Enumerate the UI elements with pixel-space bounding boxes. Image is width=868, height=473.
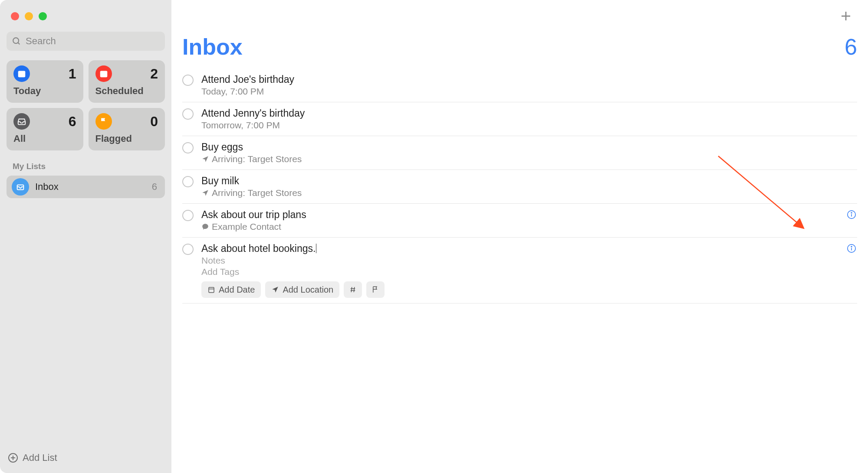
calendar-icon (207, 286, 215, 294)
reminder-count: 6 (845, 34, 857, 60)
add-list-label: Add List (23, 452, 57, 463)
svg-rect-15 (209, 287, 214, 293)
smart-count: 1 (69, 66, 76, 82)
reminder-subtitle: Today, 7:00 PM (201, 86, 857, 97)
reminder-title: Attend Jenny's birthday (201, 108, 857, 119)
list-icon (12, 178, 29, 196)
flag-icon (95, 113, 112, 130)
tags-input[interactable]: Add Tags (201, 267, 857, 277)
list-count: 6 (152, 181, 157, 192)
reminder-subtitle: Tomorrow, 7:00 PM (201, 120, 857, 130)
my-lists-header: My Lists (7, 162, 165, 171)
smart-count: 0 (150, 114, 158, 130)
list-name: Inbox (35, 181, 146, 192)
smart-card-scheduled[interactable]: 2 Scheduled (89, 60, 165, 103)
page-title: Inbox (182, 34, 243, 60)
smart-label: Scheduled (95, 85, 158, 97)
window-controls (7, 0, 165, 20)
reminder-row-editing[interactable]: Ask about hotel bookings. Notes Add Tags… (182, 238, 857, 303)
reminder-subtitle: Arriving: Target Stores (201, 188, 857, 198)
location-arrow-icon (201, 189, 209, 197)
info-icon[interactable] (847, 210, 856, 221)
reminder-row[interactable]: Ask about our trip plans Example Contact (182, 204, 857, 238)
flag-icon (372, 286, 379, 294)
add-tag-button[interactable] (344, 281, 362, 298)
plus-circle-icon (8, 453, 18, 463)
notes-input[interactable]: Notes (201, 255, 857, 266)
search-input[interactable]: Search (7, 32, 165, 51)
info-icon[interactable] (847, 244, 856, 255)
tray-icon (13, 113, 30, 130)
reminder-row[interactable]: Attend Jenny's birthday Tomorrow, 7:00 P… (182, 102, 857, 136)
svg-point-14 (851, 212, 852, 213)
reminder-title: Attend Joe's birthday (201, 74, 857, 85)
add-date-button[interactable]: Add Date (201, 281, 261, 298)
smart-label: All (13, 133, 76, 144)
search-icon (12, 36, 21, 46)
search-placeholder: Search (26, 36, 56, 47)
hash-icon (349, 286, 357, 294)
location-arrow-icon (271, 286, 279, 294)
calendar-icon (13, 65, 30, 82)
reminder-title-input[interactable]: Ask about hotel bookings. (201, 243, 857, 254)
smart-label: Today (13, 85, 76, 97)
reminder-checkbox[interactable] (182, 244, 194, 255)
sidebar: Search 1 Today 2 Scheduled (0, 0, 171, 473)
smart-card-flagged[interactable]: 0 Flagged (89, 108, 165, 150)
reminder-checkbox[interactable] (182, 108, 194, 120)
svg-point-0 (13, 38, 19, 43)
add-flag-button[interactable] (366, 281, 385, 298)
reminder-title: Ask about our trip plans (201, 209, 857, 221)
reminder-title: Buy eggs (201, 141, 857, 153)
svg-rect-3 (18, 71, 26, 73)
reminder-subtitle: Arriving: Target Stores (201, 154, 857, 164)
reminder-row[interactable]: Buy eggs Arriving: Target Stores (182, 136, 857, 170)
location-arrow-icon (201, 155, 209, 163)
svg-rect-5 (100, 71, 107, 73)
reminder-row[interactable]: Buy milk Arriving: Target Stores (182, 170, 857, 204)
reminder-checkbox[interactable] (182, 210, 194, 221)
minimize-window-button[interactable] (25, 12, 33, 20)
reminder-title: Buy milk (201, 175, 857, 187)
add-reminder-button[interactable] (839, 10, 852, 24)
svg-line-1 (18, 42, 20, 44)
svg-line-20 (354, 287, 355, 292)
smart-lists-grid: 1 Today 2 Scheduled 6 All (7, 60, 165, 150)
sidebar-list-inbox[interactable]: Inbox 6 (7, 176, 165, 198)
svg-line-19 (351, 287, 352, 292)
calendar-icon (95, 65, 112, 82)
smart-count: 2 (150, 66, 158, 82)
main-header: Inbox 6 (182, 34, 857, 69)
svg-point-23 (851, 246, 852, 247)
maximize-window-button[interactable] (39, 12, 47, 20)
smart-card-all[interactable]: 6 All (7, 108, 83, 150)
close-window-button[interactable] (11, 12, 19, 20)
plus-icon (839, 10, 852, 23)
reminder-row[interactable]: Attend Joe's birthday Today, 7:00 PM (182, 69, 857, 102)
reminder-subtitle: Example Contact (201, 222, 857, 232)
add-location-button[interactable]: Add Location (265, 281, 339, 298)
main-pane: Inbox 6 Attend Joe's birthday Today, 7:0… (171, 0, 868, 473)
message-icon (201, 223, 209, 231)
reminder-checkbox[interactable] (182, 142, 194, 153)
smart-label: Flagged (95, 133, 158, 144)
reminder-checkbox[interactable] (182, 176, 194, 187)
reminder-checkbox[interactable] (182, 75, 194, 86)
quick-actions-row: Add Date Add Location (201, 281, 857, 298)
smart-card-today[interactable]: 1 Today (7, 60, 83, 103)
add-list-button[interactable]: Add List (8, 452, 57, 463)
smart-count: 6 (69, 114, 76, 130)
